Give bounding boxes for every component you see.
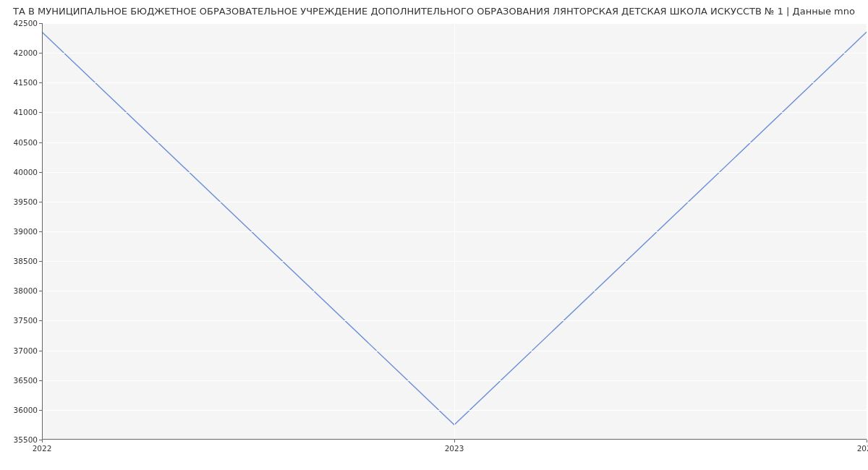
y-tick-label: 42000 [14, 48, 38, 57]
axis-spine-bottom [42, 439, 867, 440]
y-tick-label: 35500 [14, 435, 38, 444]
y-tick-label: 37000 [14, 346, 38, 355]
y-tick-label: 36000 [14, 406, 38, 414]
axis-spine-left [42, 23, 43, 440]
x-tick-label: 2024 [857, 444, 868, 453]
y-tick-label: 37500 [14, 316, 38, 325]
y-tick-label: 39500 [14, 197, 38, 206]
y-tick-label: 38000 [14, 286, 38, 295]
y-tick-label: 41500 [14, 78, 38, 87]
y-tick-label: 39000 [14, 227, 38, 236]
y-tick-label: 38500 [14, 257, 38, 265]
y-tick-label: 40000 [14, 168, 38, 176]
y-tick-label: 40500 [14, 138, 38, 147]
y-tick-label: 36500 [14, 376, 38, 385]
x-tick-mark [454, 440, 455, 443]
chart-title: ТА В МУНИЦИПАЛЬНОЕ БЮДЖЕТНОЕ ОБРАЗОВАТЕЛ… [0, 6, 868, 17]
x-tick-label: 2022 [33, 444, 52, 453]
x-tick-mark [42, 440, 43, 443]
plot-area [42, 23, 867, 440]
y-tick-label: 41000 [14, 108, 38, 116]
y-tick-label: 42500 [14, 19, 38, 27]
x-gridline [867, 23, 867, 440]
x-tick-label: 2023 [445, 444, 464, 453]
x-gridline [454, 23, 455, 440]
x-tick-mark [867, 440, 867, 443]
